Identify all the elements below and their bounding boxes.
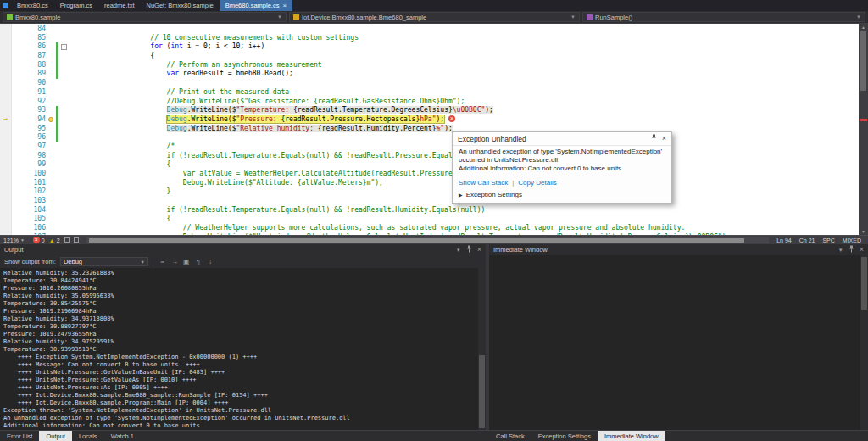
code-line[interactable]: 105 { bbox=[0, 215, 859, 224]
output-content[interactable]: Relative humidity: 35.23261883%Temperatu… bbox=[0, 268, 486, 430]
glyph-margin-cell bbox=[0, 70, 12, 79]
tool-tab-output[interactable]: Output bbox=[39, 431, 72, 441]
glyph-margin-cell bbox=[0, 34, 12, 43]
editor-horizontal-scrollbar[interactable] bbox=[86, 237, 770, 243]
editor-vertical-scrollbar[interactable]: ▲ ▼ bbox=[859, 24, 868, 235]
close-icon[interactable]: × bbox=[860, 246, 864, 254]
code-line[interactable]: 103 bbox=[0, 197, 859, 206]
lightbulb-icon[interactable] bbox=[48, 117, 53, 122]
code-line[interactable]: 84 bbox=[0, 25, 859, 34]
warning-count: 2 bbox=[57, 237, 60, 243]
code-line[interactable]: 107 Debug.WriteLine($"Heat index: {Weath… bbox=[0, 233, 859, 235]
output-line: Relative humidity: 35.23261883% bbox=[3, 270, 478, 277]
scrollbar-thumb[interactable] bbox=[479, 355, 485, 428]
immediate-panel-titlebar[interactable]: Immediate Window ▼ × bbox=[489, 244, 868, 255]
window-position-icon[interactable]: ▼ bbox=[456, 248, 461, 253]
code-line[interactable]: 86- for (int i = 0; i < 10; i++) bbox=[0, 42, 859, 52]
scrollbar-thumb[interactable] bbox=[861, 257, 867, 310]
code-line[interactable]: 91 // Print out the measured data bbox=[0, 88, 859, 98]
document-tab-bmxx80-cs[interactable]: Bmxx80.cs bbox=[11, 0, 54, 11]
find-message-icon[interactable]: ≡ bbox=[158, 257, 168, 266]
vs-logo-icon bbox=[0, 0, 11, 11]
code-line[interactable]: 93 Debug.WriteLine($"Temperature: {readR… bbox=[0, 106, 859, 115]
pin-icon[interactable] bbox=[651, 134, 657, 143]
tool-tab-error-list[interactable]: Error List bbox=[0, 431, 39, 441]
encoding-indicator: MIXED bbox=[843, 237, 861, 243]
fold-collapse-button[interactable]: - bbox=[61, 44, 67, 50]
show-call-stack-link[interactable]: Show Call Stack bbox=[459, 179, 508, 187]
pin-icon[interactable] bbox=[466, 245, 472, 254]
code-line[interactable]: 89 var readResult = bme680.Read(); bbox=[0, 70, 859, 79]
project-dropdown[interactable]: Bmxx80.sample ▼ bbox=[3, 12, 287, 22]
output-line: Exception thrown: 'System.NotImplemented… bbox=[3, 407, 478, 415]
zoom-control[interactable]: 121% ▼ bbox=[3, 237, 25, 243]
code-line[interactable]: 99 { bbox=[0, 160, 859, 170]
output-line: Relative humidity: 35.05995633% bbox=[3, 293, 478, 300]
error-icon[interactable]: × bbox=[448, 115, 455, 122]
code-line[interactable]: 104 if (!readResult.Temperature.Equals(n… bbox=[0, 206, 859, 215]
window-position-icon[interactable]: ▼ bbox=[838, 248, 843, 253]
scroll-up-arrow-icon[interactable]: ▲ bbox=[859, 25, 868, 30]
quick-actions-cell bbox=[47, 142, 56, 152]
code-line[interactable]: 87 { bbox=[0, 52, 859, 61]
document-tab-nuget-bmxx80-sample[interactable]: NuGet: Bmxx80.sample bbox=[140, 0, 219, 11]
copy-details-link[interactable]: Copy Details bbox=[518, 179, 556, 187]
document-tab-readme-txt[interactable]: readme.txt bbox=[98, 0, 140, 11]
toolbar-separator bbox=[153, 258, 153, 265]
tool-tab-call-stack[interactable]: Call Stack bbox=[489, 431, 531, 441]
output-line: ++++ Message: Can not convert 0 to base … bbox=[3, 361, 478, 369]
document-tab-program-cs[interactable]: Program.cs bbox=[54, 0, 98, 11]
code-tokens: /* bbox=[167, 142, 175, 150]
tool-tab-locals[interactable]: Locals bbox=[72, 431, 104, 441]
pin-icon[interactable] bbox=[849, 245, 854, 254]
output-vertical-scrollbar[interactable] bbox=[478, 268, 486, 430]
glyph-margin-cell bbox=[0, 79, 12, 88]
code-editor[interactable]: 8485 // 10 consecutive measurements with… bbox=[0, 24, 868, 235]
close-icon[interactable]: × bbox=[662, 135, 666, 142]
scroll-down-arrow-icon[interactable]: ▼ bbox=[859, 229, 868, 234]
close-icon[interactable]: × bbox=[282, 3, 287, 9]
code-line[interactable]: 106 // WeatherHelper supports more calcu… bbox=[0, 224, 859, 233]
word-wrap-icon[interactable] bbox=[74, 237, 79, 243]
tool-tab-immediate-window[interactable]: Immediate Window bbox=[598, 431, 665, 441]
quick-actions-cell bbox=[47, 197, 56, 206]
immediate-content[interactable] bbox=[489, 255, 868, 430]
exception-message-block: An unhandled exception of type 'System.N… bbox=[453, 145, 671, 176]
code-line[interactable]: 92 //Debug.WriteLine($"Gas resistance: {… bbox=[0, 98, 859, 107]
code-line[interactable]: 88 // Perform an asynchronous measuremen… bbox=[0, 61, 859, 70]
code-token: } bbox=[167, 187, 171, 195]
go-to-message-icon[interactable]: → bbox=[170, 257, 180, 266]
code-line[interactable]: 96 bbox=[0, 133, 859, 142]
code-line[interactable]: 101 Debug.WriteLine($"Altitude: {altValu… bbox=[0, 179, 859, 188]
tool-tab-watch-1[interactable]: Watch 1 bbox=[104, 431, 141, 441]
code-area[interactable]: 8485 // 10 consecutive measurements with… bbox=[0, 24, 859, 235]
autoscroll-icon[interactable]: ↓ bbox=[205, 257, 215, 266]
code-line[interactable]: 98 if (!readResult.Temperature.Equals(nu… bbox=[0, 152, 859, 161]
document-tab-bme680-sample-cs[interactable]: Bme680.sample.cs× bbox=[220, 0, 292, 11]
tool-tab-exception-settings[interactable]: Exception Settings bbox=[531, 431, 598, 441]
outlining-margin-cell bbox=[60, 142, 69, 152]
line-number: 104 bbox=[12, 206, 47, 215]
exception-settings-expander[interactable]: ▶ Exception Settings bbox=[453, 188, 671, 203]
code-line[interactable]: 95 Debug.WriteLine($"Relative humidity: … bbox=[0, 125, 859, 134]
output-line: ++++ Iot.Device.Bmxx80.sample.Bme680_sam… bbox=[3, 392, 478, 399]
code-line[interactable]: 85 // 10 consecutive measurements with c… bbox=[0, 34, 859, 43]
immediate-vertical-scrollbar[interactable] bbox=[860, 255, 868, 430]
code-line[interactable]: →94 Debug.WriteLine($"Pressure: {readRes… bbox=[0, 115, 859, 125]
split-editor-icon[interactable] bbox=[64, 237, 70, 243]
output-panel-titlebar[interactable]: Output ▼ × bbox=[0, 244, 486, 255]
close-icon[interactable]: × bbox=[477, 246, 481, 254]
type-dropdown[interactable]: Iot.Device.Bmxx80.sample.Bme680_sample ▼ bbox=[289, 12, 580, 22]
scrollbar-thumb[interactable] bbox=[89, 238, 744, 243]
scrollbar-thumb[interactable] bbox=[860, 31, 866, 91]
quick-actions-cell bbox=[47, 98, 56, 107]
code-line[interactable]: 97 /* bbox=[0, 142, 859, 152]
toggle-word-wrap-icon[interactable]: ¶ bbox=[193, 257, 203, 266]
code-line[interactable]: 100 var altValue = WeatherHelper.Calcula… bbox=[0, 170, 859, 179]
clear-all-icon[interactable]: ▣ bbox=[181, 257, 192, 266]
code-line[interactable]: 90 bbox=[0, 79, 859, 88]
code-line[interactable]: 102 } bbox=[0, 187, 859, 197]
immediate-input-area[interactable] bbox=[489, 255, 860, 430]
output-source-dropdown[interactable]: Debug ▼ bbox=[60, 257, 148, 266]
member-dropdown[interactable]: RunSample() ▼ bbox=[582, 12, 865, 22]
